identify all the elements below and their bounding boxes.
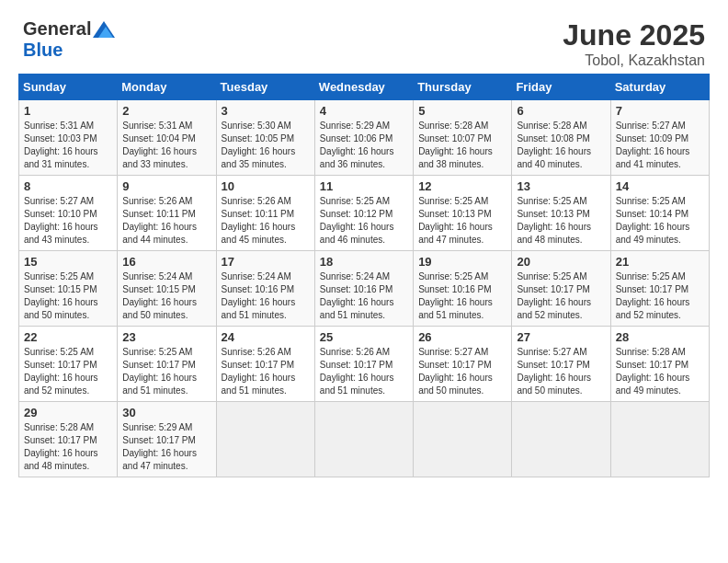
calendar-day-cell: 11Sunrise: 5:25 AMSunset: 10:12 PMDaylig…: [314, 176, 413, 251]
day-number: 3: [222, 104, 310, 118]
calendar-day-cell: 8Sunrise: 5:27 AMSunset: 10:10 PMDayligh…: [19, 176, 118, 251]
day-info: Sunrise: 5:24 AMSunset: 10:16 PMDaylight…: [222, 270, 310, 322]
calendar-day-cell: 3Sunrise: 5:30 AMSunset: 10:05 PMDayligh…: [216, 100, 314, 176]
calendar-week-row: 22Sunrise: 5:25 AMSunset: 10:17 PMDaylig…: [19, 327, 710, 402]
day-info: Sunrise: 5:25 AMSunset: 10:16 PMDaylight…: [418, 270, 506, 322]
day-number: 27: [517, 330, 605, 344]
day-number: 21: [616, 255, 704, 269]
day-number: 8: [24, 179, 112, 193]
logo-blue-text: Blue: [23, 40, 63, 61]
calendar-day-cell: 7Sunrise: 5:27 AMSunset: 10:09 PMDayligh…: [610, 100, 709, 176]
calendar-day-cell: 26Sunrise: 5:27 AMSunset: 10:17 PMDaylig…: [414, 327, 512, 402]
day-info: Sunrise: 5:29 AMSunset: 10:17 PMDaylight…: [122, 421, 210, 473]
day-info: Sunrise: 5:31 AMSunset: 10:04 PMDaylight…: [122, 120, 210, 171]
day-number: 12: [418, 179, 506, 193]
day-info: Sunrise: 5:25 AMSunset: 10:13 PMDaylight…: [418, 195, 506, 247]
logo-icon: [93, 21, 115, 38]
page-header: General Blue June 2025 Tobol, Kazakhstan: [9, 9, 719, 74]
calendar-day-cell: 30Sunrise: 5:29 AMSunset: 10:17 PMDaylig…: [118, 402, 216, 477]
calendar-table: SundayMondayTuesdayWednesdayThursdayFrid…: [18, 74, 710, 477]
day-info: Sunrise: 5:26 AMSunset: 10:17 PMDaylight…: [320, 346, 408, 397]
day-number: 19: [418, 255, 506, 269]
day-of-week-header: Thursday: [414, 75, 512, 100]
calendar-header-row: SundayMondayTuesdayWednesdayThursdayFrid…: [19, 75, 710, 100]
calendar-day-cell: 27Sunrise: 5:27 AMSunset: 10:17 PMDaylig…: [512, 327, 610, 402]
calendar-day-cell: 23Sunrise: 5:25 AMSunset: 10:17 PMDaylig…: [118, 327, 216, 402]
day-number: 17: [222, 255, 310, 269]
calendar-day-cell: 4Sunrise: 5:29 AMSunset: 10:06 PMDayligh…: [314, 100, 413, 176]
day-of-week-header: Monday: [118, 75, 216, 100]
day-info: Sunrise: 5:25 AMSunset: 10:17 PMDaylight…: [24, 346, 112, 397]
calendar-day-cell: 25Sunrise: 5:26 AMSunset: 10:17 PMDaylig…: [314, 327, 413, 402]
day-info: Sunrise: 5:25 AMSunset: 10:17 PMDaylight…: [616, 270, 704, 322]
calendar-day-cell: [610, 402, 709, 477]
calendar-day-cell: 12Sunrise: 5:25 AMSunset: 10:13 PMDaylig…: [414, 176, 512, 251]
title-area: June 2025 Tobol, Kazakhstan: [563, 18, 705, 69]
day-info: Sunrise: 5:25 AMSunset: 10:13 PMDaylight…: [517, 195, 605, 247]
day-number: 29: [24, 406, 112, 419]
day-info: Sunrise: 5:30 AMSunset: 10:05 PMDaylight…: [222, 120, 310, 171]
calendar-day-cell: 10Sunrise: 5:26 AMSunset: 10:11 PMDaylig…: [216, 176, 314, 251]
day-of-week-header: Friday: [512, 75, 610, 100]
day-info: Sunrise: 5:26 AMSunset: 10:17 PMDaylight…: [222, 346, 310, 397]
day-number: 25: [320, 330, 408, 344]
day-info: Sunrise: 5:27 AMSunset: 10:10 PMDaylight…: [24, 195, 112, 247]
day-number: 13: [517, 179, 605, 193]
day-number: 15: [24, 255, 112, 269]
day-number: 10: [222, 179, 310, 193]
day-info: Sunrise: 5:27 AMSunset: 10:17 PMDaylight…: [517, 346, 605, 397]
calendar-day-cell: 18Sunrise: 5:24 AMSunset: 10:16 PMDaylig…: [314, 251, 413, 327]
calendar-day-cell: 24Sunrise: 5:26 AMSunset: 10:17 PMDaylig…: [216, 327, 314, 402]
day-number: 22: [24, 330, 112, 344]
day-of-week-header: Sunday: [19, 75, 118, 100]
day-info: Sunrise: 5:28 AMSunset: 10:08 PMDaylight…: [517, 120, 605, 171]
day-number: 6: [517, 104, 605, 118]
calendar-week-row: 8Sunrise: 5:27 AMSunset: 10:10 PMDayligh…: [19, 176, 710, 251]
day-info: Sunrise: 5:28 AMSunset: 10:17 PMDaylight…: [24, 421, 112, 473]
calendar-day-cell: 20Sunrise: 5:25 AMSunset: 10:17 PMDaylig…: [512, 251, 610, 327]
day-number: 9: [122, 179, 210, 193]
day-info: Sunrise: 5:27 AMSunset: 10:09 PMDaylight…: [616, 120, 704, 171]
calendar-week-row: 29Sunrise: 5:28 AMSunset: 10:17 PMDaylig…: [19, 402, 710, 477]
calendar-day-cell: 19Sunrise: 5:25 AMSunset: 10:16 PMDaylig…: [414, 251, 512, 327]
day-number: 2: [122, 104, 210, 118]
day-info: Sunrise: 5:25 AMSunset: 10:15 PMDaylight…: [24, 270, 112, 322]
calendar-day-cell: 9Sunrise: 5:26 AMSunset: 10:11 PMDayligh…: [118, 176, 216, 251]
calendar-day-cell: 13Sunrise: 5:25 AMSunset: 10:13 PMDaylig…: [512, 176, 610, 251]
day-info: Sunrise: 5:26 AMSunset: 10:11 PMDaylight…: [222, 195, 310, 247]
day-of-week-header: Saturday: [610, 75, 709, 100]
day-info: Sunrise: 5:31 AMSunset: 10:03 PMDaylight…: [24, 120, 112, 171]
day-number: 11: [320, 179, 408, 193]
day-number: 7: [616, 104, 704, 118]
calendar-day-cell: 16Sunrise: 5:24 AMSunset: 10:15 PMDaylig…: [118, 251, 216, 327]
day-info: Sunrise: 5:24 AMSunset: 10:16 PMDaylight…: [320, 270, 408, 322]
day-info: Sunrise: 5:24 AMSunset: 10:15 PMDaylight…: [122, 270, 210, 322]
day-info: Sunrise: 5:28 AMSunset: 10:07 PMDaylight…: [418, 120, 506, 171]
day-info: Sunrise: 5:25 AMSunset: 10:12 PMDaylight…: [320, 195, 408, 247]
day-number: 16: [122, 255, 210, 269]
calendar-day-cell: 22Sunrise: 5:25 AMSunset: 10:17 PMDaylig…: [19, 327, 118, 402]
calendar-week-row: 15Sunrise: 5:25 AMSunset: 10:15 PMDaylig…: [19, 251, 710, 327]
day-of-week-header: Tuesday: [216, 75, 314, 100]
calendar-day-cell: [414, 402, 512, 477]
day-info: Sunrise: 5:26 AMSunset: 10:11 PMDaylight…: [122, 195, 210, 247]
calendar-day-cell: 2Sunrise: 5:31 AMSunset: 10:04 PMDayligh…: [118, 100, 216, 176]
calendar-day-cell: [512, 402, 610, 477]
day-info: Sunrise: 5:28 AMSunset: 10:17 PMDaylight…: [616, 346, 704, 397]
day-number: 30: [122, 406, 210, 419]
day-info: Sunrise: 5:29 AMSunset: 10:06 PMDaylight…: [320, 120, 408, 171]
day-number: 23: [122, 330, 210, 344]
day-number: 28: [616, 330, 704, 344]
day-info: Sunrise: 5:25 AMSunset: 10:14 PMDaylight…: [616, 195, 704, 247]
calendar-day-cell: 1Sunrise: 5:31 AMSunset: 10:03 PMDayligh…: [19, 100, 118, 176]
calendar-day-cell: 29Sunrise: 5:28 AMSunset: 10:17 PMDaylig…: [19, 402, 118, 477]
calendar-day-cell: 17Sunrise: 5:24 AMSunset: 10:16 PMDaylig…: [216, 251, 314, 327]
calendar-day-cell: [314, 402, 413, 477]
calendar-day-cell: 5Sunrise: 5:28 AMSunset: 10:07 PMDayligh…: [414, 100, 512, 176]
day-info: Sunrise: 5:27 AMSunset: 10:17 PMDaylight…: [418, 346, 506, 397]
month-title: June 2025: [563, 18, 705, 52]
calendar-day-cell: 15Sunrise: 5:25 AMSunset: 10:15 PMDaylig…: [19, 251, 118, 327]
calendar-day-cell: 6Sunrise: 5:28 AMSunset: 10:08 PMDayligh…: [512, 100, 610, 176]
day-number: 24: [222, 330, 310, 344]
day-number: 18: [320, 255, 408, 269]
